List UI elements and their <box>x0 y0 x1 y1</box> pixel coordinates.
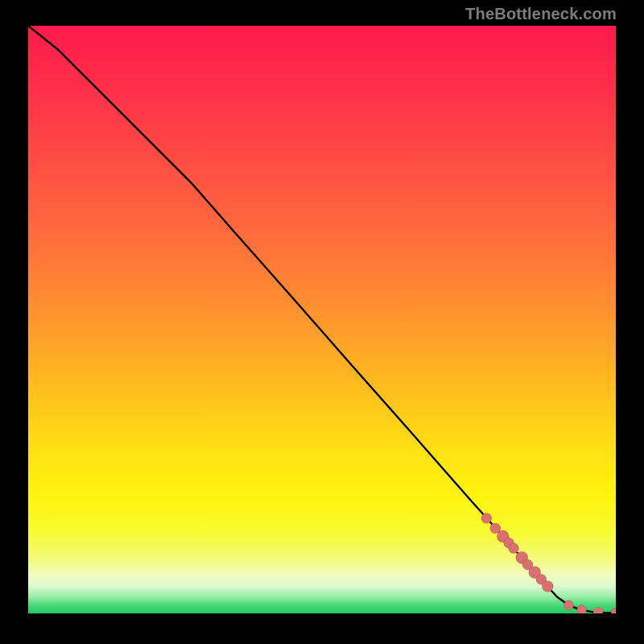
chart-overlay <box>28 26 616 613</box>
chart-point <box>611 608 616 613</box>
chart-points-group <box>481 513 616 613</box>
chart-point <box>577 605 587 613</box>
chart-root: { "attribution": "TheBottleneck.com", "c… <box>0 0 644 644</box>
chart-line <box>28 26 616 613</box>
chart-point <box>481 513 492 523</box>
chart-point <box>542 580 553 592</box>
plot-area <box>28 26 616 613</box>
chart-point <box>593 607 603 613</box>
attribution-text: TheBottleneck.com <box>465 5 617 23</box>
chart-point <box>508 543 518 553</box>
chart-point <box>564 601 574 610</box>
